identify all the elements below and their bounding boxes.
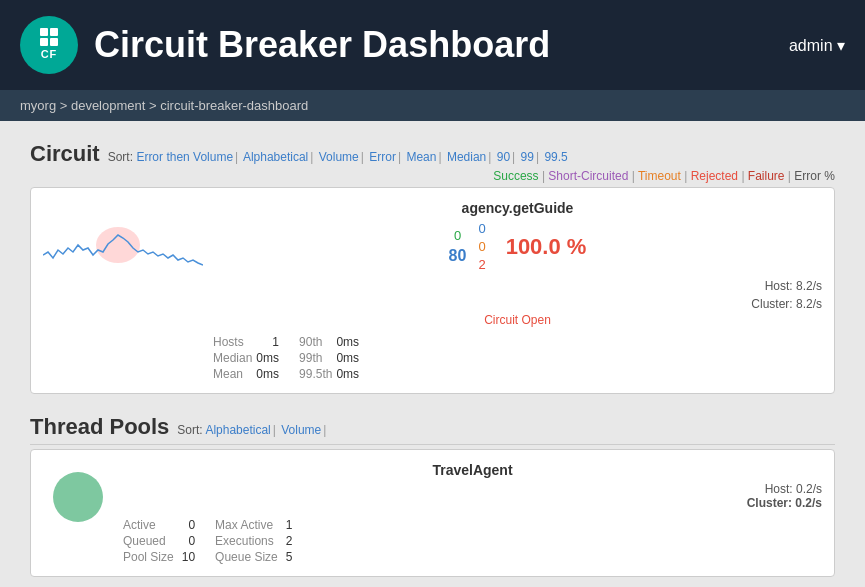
circuit-status-text: Open: [522, 313, 551, 327]
circuit-title: Circuit: [30, 141, 100, 167]
mean-val: 0ms: [256, 367, 279, 381]
status-legend-row: Success | Short-Circuited | Timeout | Re…: [30, 169, 835, 183]
metric-median: Median 0ms: [213, 351, 279, 365]
tp-status-circle: [53, 472, 103, 522]
sparkline-chart: [43, 200, 203, 280]
svg-point-0: [96, 227, 140, 263]
circuit-label-text: Circuit: [484, 313, 518, 327]
thread-sort-row: Sort: Alphabetical| Volume|: [177, 423, 328, 437]
metrics-col-left: Hosts 1 Median 0ms Mean 0ms: [213, 335, 279, 381]
circuit-metrics: Hosts 1 Median 0ms Mean 0ms: [213, 335, 822, 381]
circuit-num-orange: 0: [478, 238, 485, 256]
logo-text: CF: [41, 48, 58, 61]
circuit-num-red: 2: [478, 256, 485, 274]
tp-maxactive-label: Max Active: [215, 518, 273, 532]
tp-maxactive-val: 1: [286, 518, 293, 532]
tp-sort-volume[interactable]: Volume: [281, 423, 321, 437]
tp-queued: Queued 0: [123, 534, 195, 548]
tp-sort-alphabetical[interactable]: Alphabetical: [205, 423, 270, 437]
circuit-card: agency.getGuide 0 80 0 0 2 100.0 % Host:…: [30, 187, 835, 394]
sort-label: Sort:: [108, 150, 133, 164]
metric-mean: Mean 0ms: [213, 367, 279, 381]
p90-label: 90th: [299, 335, 322, 349]
circuit-stats: agency.getGuide 0 80 0 0 2 100.0 % Host:…: [213, 200, 822, 381]
p90-val: 0ms: [336, 335, 359, 349]
sparkline-area: [43, 200, 203, 300]
mean-label: Mean: [213, 367, 243, 381]
median-label: Median: [213, 351, 252, 365]
tp-sort-label: Sort:: [177, 423, 202, 437]
tp-queue-size: Queue Size 5: [215, 550, 292, 564]
tp-pool-val: 10: [182, 550, 195, 564]
metric-p99: 99th 0ms: [299, 351, 359, 365]
tp-host-rate: Host: 0.2/s: [123, 482, 822, 496]
tp-name: TravelAgent: [123, 462, 822, 478]
thread-title: Thread Pools: [30, 414, 169, 440]
thread-divider: [30, 444, 835, 445]
tp-metrics: Active 0 Queued 0 Pool Size 10: [123, 518, 822, 564]
legend-timeout: Timeout: [638, 169, 681, 183]
p99-label: 99th: [299, 351, 322, 365]
legend-error: Error %: [794, 169, 835, 183]
logo: CF: [20, 16, 78, 74]
tp-max-active: Max Active 1: [215, 518, 292, 532]
legend-success: Success: [493, 169, 538, 183]
tp-active-label: Active: [123, 518, 156, 532]
sort-99[interactable]: 99: [521, 150, 534, 164]
p995-label: 99.5th: [299, 367, 332, 381]
sort-90[interactable]: 90: [497, 150, 510, 164]
legend-rejected: Rejected: [691, 169, 738, 183]
tp-cluster-rate: Cluster: 0.2/s: [123, 496, 822, 510]
tp-queue-val: 5: [286, 550, 293, 564]
circuit-num-main: 80: [449, 245, 467, 267]
circuit-open-label: Circuit Open: [213, 313, 822, 327]
legend-short: Short-Circuited: [548, 169, 628, 183]
circuit-num-blue: 0: [478, 220, 485, 238]
median-val: 0ms: [256, 351, 279, 365]
breadcrumb: myorg > development > circuit-breaker-da…: [0, 90, 865, 121]
circuit-num-col2: 0 0 2: [478, 220, 485, 275]
sort-alphabetical[interactable]: Alphabetical: [243, 150, 308, 164]
legend-failure: Failure: [748, 169, 785, 183]
circuit-host-rate: Host: 8.2/s: [213, 279, 822, 293]
sort-995[interactable]: 99.5: [544, 150, 567, 164]
metric-p90: 90th 0ms: [299, 335, 359, 349]
tp-col-left: Active 0 Queued 0 Pool Size 10: [123, 518, 195, 564]
circuit-name: agency.getGuide: [213, 200, 822, 216]
header-left: CF Circuit Breaker Dashboard: [20, 16, 550, 74]
tp-executions: Executions 2: [215, 534, 292, 548]
tp-queued-val: 0: [188, 534, 195, 548]
p99-val: 0ms: [336, 351, 359, 365]
sort-mean[interactable]: Mean: [406, 150, 436, 164]
tp-pool-label: Pool Size: [123, 550, 174, 564]
p995-val: 0ms: [336, 367, 359, 381]
circuit-section: Circuit Sort: Error then Volume| Alphabe…: [30, 141, 835, 394]
metric-p995: 99.5th 0ms: [299, 367, 359, 381]
tp-exec-label: Executions: [215, 534, 274, 548]
tp-stats: TravelAgent Host: 0.2/s Cluster: 0.2/s A…: [123, 462, 822, 564]
header: CF Circuit Breaker Dashboard admin ▾: [0, 0, 865, 90]
circuit-percent: 100.0 %: [506, 234, 587, 260]
tp-exec-val: 2: [286, 534, 293, 548]
page-title: Circuit Breaker Dashboard: [94, 24, 550, 66]
main-content: Circuit Sort: Error then Volume| Alphabe…: [0, 121, 865, 587]
tp-queue-label: Queue Size: [215, 550, 278, 564]
hosts-val: 1: [272, 335, 279, 349]
metrics-col-right: 90th 0ms 99th 0ms 99.5th 0ms: [299, 335, 359, 381]
sort-median[interactable]: Median: [447, 150, 486, 164]
user-menu[interactable]: admin ▾: [789, 36, 845, 55]
sort-error-volume[interactable]: Error then Volume: [136, 150, 233, 164]
circuit-cluster-rate: Cluster: 8.2/s: [213, 297, 822, 311]
breadcrumb-text: myorg > development > circuit-breaker-da…: [20, 98, 308, 113]
circuit-sort-row: Sort: Error then Volume| Alphabetical| V…: [108, 150, 568, 164]
tp-active-val: 0: [188, 518, 195, 532]
tp-active: Active 0: [123, 518, 195, 532]
thread-section: Thread Pools Sort: Alphabetical| Volume|…: [30, 414, 835, 577]
sort-volume[interactable]: Volume: [319, 150, 359, 164]
metric-hosts: Hosts 1: [213, 335, 279, 349]
thread-pool-card: TravelAgent Host: 0.2/s Cluster: 0.2/s A…: [30, 449, 835, 577]
tp-pool: Pool Size 10: [123, 550, 195, 564]
sort-error[interactable]: Error: [369, 150, 396, 164]
tp-queued-label: Queued: [123, 534, 166, 548]
circuit-num-col1: 0 80: [449, 227, 467, 268]
